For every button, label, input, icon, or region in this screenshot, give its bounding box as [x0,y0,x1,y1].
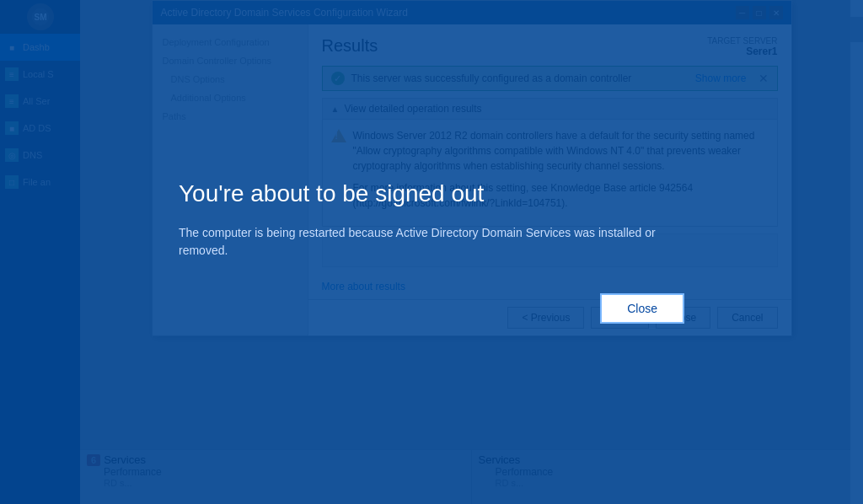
modal-footer: Close [179,293,684,324]
modal-backdrop: You're about to be signed out The comput… [0,0,863,504]
modal-body-text: The computer is being restarted because … [179,224,684,260]
modal-close-button[interactable]: Close [600,293,684,324]
modal-title: You're about to be signed out [179,180,684,207]
modal-box: You're about to be signed out The comput… [137,147,726,357]
